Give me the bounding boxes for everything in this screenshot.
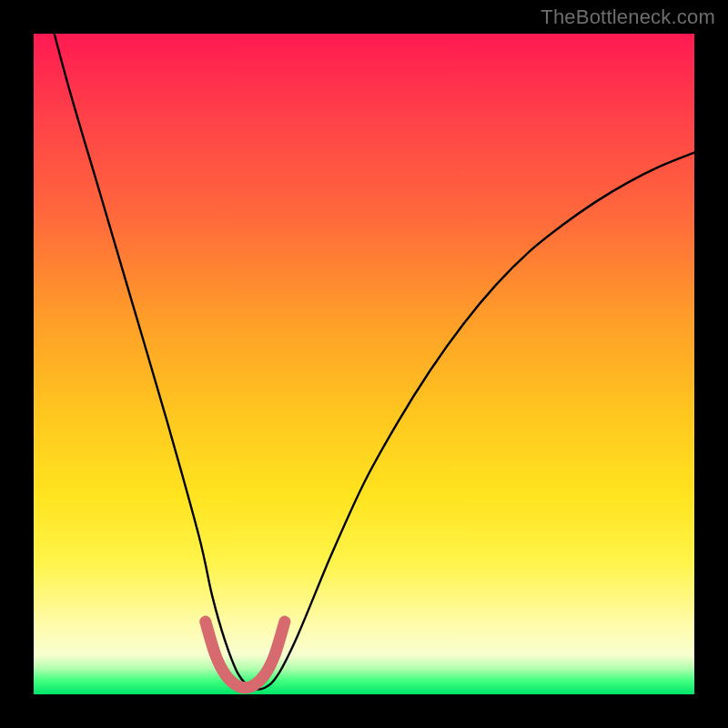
- bottleneck-curve: [34, 0, 694, 690]
- curve-svg: [34, 34, 694, 694]
- watermark-text: TheBottleneck.com: [541, 5, 715, 29]
- chart-frame: TheBottleneck.com: [0, 0, 728, 728]
- plot-area: [34, 34, 694, 694]
- trough-highlight: [206, 622, 285, 688]
